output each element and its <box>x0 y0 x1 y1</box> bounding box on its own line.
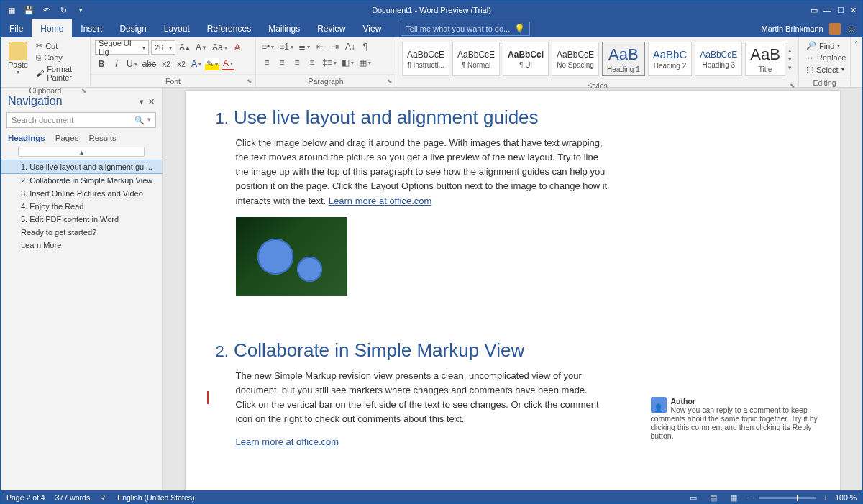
feedback-icon[interactable]: ☺ <box>846 23 857 35</box>
shading-button[interactable]: ◧ <box>340 56 355 69</box>
zoom-in-button[interactable]: + <box>823 493 828 502</box>
tab-file[interactable]: File <box>1 19 32 37</box>
nav-item[interactable]: 3. Insert Online Pictures and Video <box>1 187 162 200</box>
format-painter-button[interactable]: 🖌Format Painter <box>34 64 86 83</box>
word-count[interactable]: 377 words <box>55 493 90 502</box>
nav-menu-icon[interactable]: ▾ <box>140 97 144 106</box>
learn-more-link[interactable]: Learn more at office.com <box>329 196 432 206</box>
tab-home[interactable]: Home <box>32 19 72 37</box>
qat-customize-icon[interactable]: ▾ <box>74 4 87 17</box>
maximize-icon[interactable]: ☐ <box>837 6 844 15</box>
font-size-combo[interactable]: 26▾ <box>151 40 175 55</box>
cut-button[interactable]: ✂Cut <box>34 40 86 51</box>
language-indicator[interactable]: English (United States) <box>117 493 194 502</box>
paragraph[interactable]: Learn more at office.com <box>236 435 610 449</box>
bullets-button[interactable]: ≡• <box>260 40 275 53</box>
style-title[interactable]: AaBTitle <box>745 42 785 76</box>
heading-1[interactable]: 1. Use live layout and alignment guides <box>216 106 811 129</box>
profile-name[interactable]: Martin Brinkmann <box>762 24 823 33</box>
nav-tab-headings[interactable]: Headings <box>8 134 45 142</box>
align-left-button[interactable]: ≡ <box>260 56 273 69</box>
nav-search-input[interactable]: Search document 🔍▾ <box>6 112 156 128</box>
subscript-button[interactable]: x2 <box>160 58 173 70</box>
show-marks-button[interactable]: ¶ <box>359 40 372 53</box>
close-icon[interactable]: ✕ <box>850 6 857 15</box>
page[interactable]: 1. Use live layout and alignment guides … <box>186 91 840 490</box>
grow-font-button[interactable]: A▲ <box>178 41 192 54</box>
proofing-icon[interactable]: ☑ <box>100 493 107 502</box>
select-button[interactable]: ⬚Select▾ <box>805 64 847 75</box>
tab-design[interactable]: Design <box>111 19 155 37</box>
highlight-button[interactable]: ✎ <box>205 58 219 70</box>
avatar[interactable] <box>829 23 841 35</box>
style-heading1[interactable]: AaBHeading 1 <box>602 42 645 76</box>
page-indicator[interactable]: Page 2 of 4 <box>6 493 45 502</box>
nav-item[interactable]: Ready to get started? <box>1 226 162 239</box>
document-area[interactable]: 1. Use live layout and alignment guides … <box>163 88 862 490</box>
align-right-button[interactable]: ≡ <box>291 56 303 69</box>
nav-item[interactable]: 2. Collaborate in Simple Markup View <box>1 174 162 187</box>
strike-button[interactable]: abc <box>141 58 157 70</box>
revision-bar[interactable] <box>207 391 209 404</box>
nav-tab-pages[interactable]: Pages <box>55 134 79 142</box>
launcher-icon[interactable]: ⬊ <box>81 87 87 94</box>
nav-item[interactable]: 1. Use live layout and alignment gui... <box>1 160 162 174</box>
web-layout-icon[interactable]: ▦ <box>727 492 740 503</box>
sort-button[interactable]: A↓ <box>344 40 357 53</box>
bold-button[interactable]: B <box>95 58 108 70</box>
chevron-down-icon[interactable]: ▾ <box>147 116 151 125</box>
comment[interactable]: 👤 Author Now you can reply to a comment … <box>651 397 827 440</box>
text-effects-button[interactable]: A <box>190 58 203 70</box>
style-ui[interactable]: AaBbCcI¶ UI <box>503 42 549 76</box>
font-color-button[interactable]: A <box>222 58 234 70</box>
save-icon[interactable]: 💾 <box>22 4 35 17</box>
nav-item[interactable]: Learn More <box>1 239 162 252</box>
launcher-icon[interactable]: ⬊ <box>387 78 393 85</box>
italic-button[interactable]: I <box>110 58 123 70</box>
replace-button[interactable]: ↔Replace <box>805 52 847 63</box>
copy-button[interactable]: ⎘Copy <box>34 52 86 63</box>
tell-me-search[interactable]: Tell me what you want to do... 💡 <box>401 22 530 36</box>
gallery-more-icon[interactable]: ▾ <box>788 64 792 71</box>
read-mode-icon[interactable]: ▭ <box>687 492 700 503</box>
collapse-ribbon-icon[interactable]: ˄ <box>851 37 862 87</box>
redo-icon[interactable]: ↻ <box>57 4 70 17</box>
inline-image[interactable] <box>236 217 347 296</box>
increase-indent-button[interactable]: ⇥ <box>329 40 342 53</box>
multilevel-button[interactable]: ≣ <box>297 40 311 53</box>
superscript-button[interactable]: x2 <box>175 58 188 70</box>
learn-more-link[interactable]: Learn more at office.com <box>236 436 339 447</box>
paragraph[interactable]: Click the image below and drag it around… <box>236 136 610 209</box>
ribbon-display-icon[interactable]: ▭ <box>811 6 818 15</box>
change-case-button[interactable]: Aa <box>211 41 229 54</box>
gallery-up-icon[interactable]: ▴ <box>788 47 792 54</box>
zoom-slider[interactable] <box>759 497 816 499</box>
clear-format-button[interactable]: A̶ <box>231 41 244 54</box>
paste-button[interactable]: Paste ▾ <box>5 40 31 77</box>
style-heading2[interactable]: AaBbCHeading 2 <box>648 42 693 76</box>
zoom-thumb[interactable] <box>797 495 798 501</box>
launcher-icon[interactable]: ⬊ <box>247 78 252 85</box>
tab-review[interactable]: Review <box>309 19 354 37</box>
tab-references[interactable]: References <box>198 19 260 37</box>
style-instructions[interactable]: AaBbCcE¶ Instructi... <box>402 42 449 76</box>
heading-2[interactable]: 2. Collaborate in Simple Markup View <box>216 339 811 362</box>
tab-layout[interactable]: Layout <box>155 19 198 37</box>
shrink-font-button[interactable]: A▼ <box>194 41 209 54</box>
find-button[interactable]: 🔎Find▾ <box>805 40 847 51</box>
style-no-spacing[interactable]: AaBbCcENo Spacing <box>552 42 599 76</box>
align-center-button[interactable]: ≡ <box>275 56 288 69</box>
paragraph[interactable]: The new Simple Markup revision view pres… <box>236 369 610 427</box>
nav-item[interactable]: 4. Enjoy the Read <box>1 200 162 213</box>
tab-insert[interactable]: Insert <box>72 19 111 37</box>
style-normal[interactable]: AaBbCcE¶ Normal <box>452 42 500 76</box>
nav-item[interactable]: 5. Edit PDF content in Word <box>1 213 162 226</box>
nav-collapse-button[interactable]: ▴ <box>18 147 145 157</box>
tab-view[interactable]: View <box>355 19 391 37</box>
word-icon[interactable]: ▦ <box>5 4 18 17</box>
tab-mailings[interactable]: Mailings <box>260 19 309 37</box>
gallery-down-icon[interactable]: ▾ <box>788 55 792 63</box>
numbering-button[interactable]: ≡1 <box>278 40 295 53</box>
nav-tab-results[interactable]: Results <box>88 134 116 142</box>
style-heading3[interactable]: AaBbCcEHeading 3 <box>695 42 742 76</box>
